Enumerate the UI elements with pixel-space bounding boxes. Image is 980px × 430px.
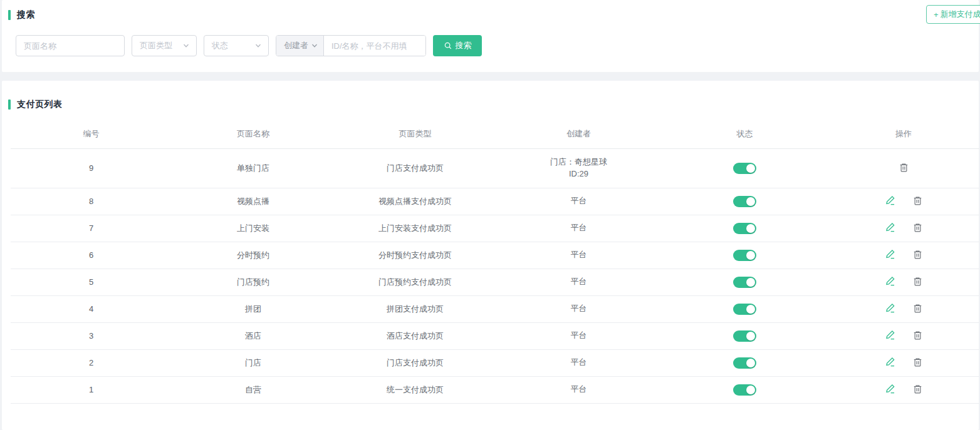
status-toggle[interactable]	[733, 357, 756, 369]
cell-id: 7	[11, 215, 172, 242]
chevron-down-icon	[254, 42, 262, 49]
edit-pencil-icon	[885, 195, 896, 206]
delete-button[interactable]	[912, 195, 923, 206]
title-accent-bar	[8, 100, 11, 110]
edit-button[interactable]	[885, 275, 896, 287]
creator-main: 平台	[496, 357, 662, 369]
search-panel: 搜索 页面类型 状态 创建者	[2, 0, 979, 72]
edit-button[interactable]	[885, 195, 896, 206]
cell-status	[662, 349, 828, 376]
creator-main: 门店：奇想星球	[496, 156, 662, 168]
creator-main: 平台	[496, 249, 662, 261]
chevron-down-icon	[182, 42, 190, 49]
header-creator: 创建者	[496, 120, 662, 148]
page-name-input[interactable]	[16, 35, 125, 56]
status-toggle[interactable]	[733, 277, 756, 288]
edit-button[interactable]	[885, 248, 896, 260]
cell-status	[662, 322, 828, 349]
delete-button[interactable]	[912, 303, 923, 314]
creator-main: 平台	[496, 195, 662, 207]
status-select[interactable]: 状态	[204, 35, 269, 56]
page-type-select[interactable]: 页面类型	[132, 35, 197, 56]
trash-icon	[912, 384, 923, 394]
creator-main: 平台	[496, 222, 662, 234]
table-row: 8 视频点播 视频点播支付成功页 平台	[11, 188, 979, 215]
cell-creator: 平台	[496, 215, 662, 242]
delete-button[interactable]	[912, 357, 923, 367]
delete-button[interactable]	[912, 330, 923, 340]
delete-button[interactable]	[912, 222, 923, 233]
delete-button[interactable]	[912, 249, 923, 260]
creator-input-group: 创建者	[276, 35, 426, 56]
cell-ops	[828, 376, 979, 403]
cell-status	[662, 242, 828, 269]
cell-creator: 平台	[496, 188, 662, 215]
cell-ops	[828, 215, 979, 242]
trash-icon	[899, 162, 909, 173]
edit-button[interactable]	[885, 222, 896, 233]
cell-page-name: 分时预约	[172, 242, 335, 269]
cell-id: 1	[11, 376, 172, 403]
status-toggle[interactable]	[733, 304, 756, 315]
cell-status	[662, 215, 828, 242]
status-toggle[interactable]	[733, 250, 756, 261]
cell-id: 9	[11, 148, 172, 188]
table-row: 6 分时预约 分时预约支付成功页 平台	[11, 242, 979, 269]
cell-status	[662, 376, 828, 403]
chevron-down-icon	[311, 42, 318, 49]
cell-ops	[828, 295, 979, 322]
header-name: 页面名称	[172, 120, 335, 148]
plus-icon: +	[934, 10, 939, 19]
cell-page-type: 门店支付成功页	[335, 148, 496, 188]
payment-table-body: 9 单独门店 门店支付成功页 门店：奇想星球 ID:29	[11, 148, 979, 403]
cell-ops	[828, 349, 979, 376]
creator-select[interactable]: 创建者	[276, 36, 324, 56]
cell-page-type: 上门安装支付成功页	[335, 215, 496, 242]
cell-page-type: 拼团支付成功页	[335, 295, 496, 322]
table-row: 9 单独门店 门店支付成功页 门店：奇想星球 ID:29	[11, 148, 979, 188]
cell-id: 8	[11, 188, 172, 215]
status-select-value: 状态	[212, 40, 228, 51]
edit-pencil-icon	[885, 275, 896, 287]
status-toggle[interactable]	[733, 330, 756, 342]
status-toggle[interactable]	[733, 196, 756, 207]
add-button-label: 新增支付成功页	[941, 9, 980, 20]
edit-button[interactable]	[885, 383, 896, 394]
trash-icon	[912, 303, 923, 314]
cell-page-type: 视频点播支付成功页	[335, 188, 496, 215]
trash-icon	[912, 249, 923, 260]
edit-button[interactable]	[885, 302, 896, 314]
creator-main: 平台	[496, 276, 662, 288]
delete-button[interactable]	[912, 276, 923, 287]
edit-pencil-icon	[885, 329, 896, 340]
delete-button[interactable]	[899, 162, 909, 173]
list-section-title: 支付页列表	[8, 99, 979, 110]
cell-creator: 平台	[496, 349, 662, 376]
status-toggle[interactable]	[733, 223, 756, 234]
cell-page-name: 门店	[172, 349, 335, 376]
edit-pencil-icon	[885, 222, 896, 233]
header-ops: 操作	[828, 120, 979, 148]
cell-creator: 平台	[496, 322, 662, 349]
cell-page-name: 自营	[172, 376, 335, 403]
search-form: 页面类型 状态 创建者 搜索	[16, 35, 482, 56]
add-pay-success-page-button[interactable]: + 新增支付成功页	[926, 5, 980, 24]
edit-button[interactable]	[885, 329, 896, 340]
edit-button[interactable]	[885, 356, 896, 367]
status-toggle[interactable]	[733, 384, 756, 396]
cell-ops	[828, 242, 979, 269]
creator-select-value: 创建者	[284, 40, 308, 51]
search-button[interactable]: 搜索	[433, 35, 482, 56]
cell-page-name: 视频点播	[172, 188, 335, 215]
edit-pencil-icon	[885, 248, 896, 260]
cell-page-name: 酒店	[172, 322, 335, 349]
status-toggle[interactable]	[733, 163, 756, 174]
cell-status	[662, 148, 828, 188]
delete-button[interactable]	[912, 384, 923, 394]
cell-page-name: 门店预约	[172, 269, 335, 295]
search-title-text: 搜索	[17, 9, 35, 21]
payment-page-table: 编号 页面名称 页面类型 创建者 状态 操作 9 单独门店 门店支付成功页 门店…	[11, 120, 979, 404]
search-button-label: 搜索	[456, 40, 472, 51]
creator-id-input[interactable]	[324, 36, 425, 56]
cell-page-type: 统一支付成功页	[335, 376, 496, 403]
